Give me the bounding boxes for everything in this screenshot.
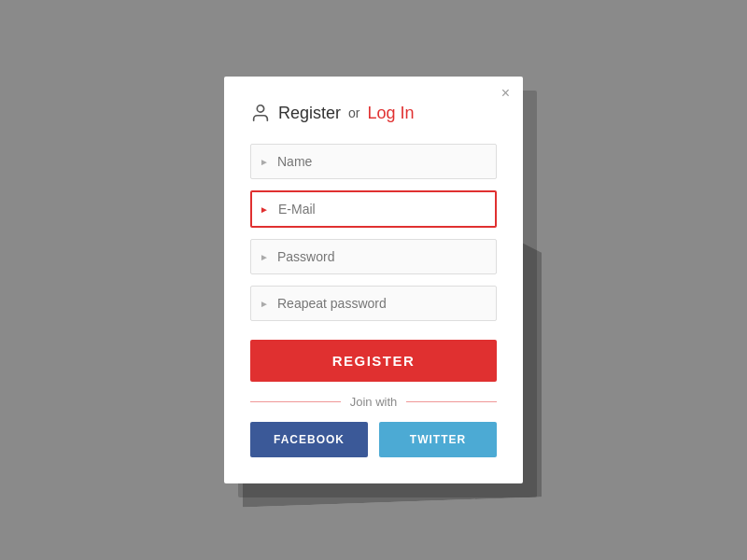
- repeat-password-input[interactable]: [250, 286, 497, 321]
- password-field-group: ►: [250, 239, 497, 274]
- modal-container: × Register or Log In ► ► ► ► RE: [224, 77, 523, 483]
- join-with-section: Join with: [250, 395, 497, 409]
- user-icon: [250, 103, 271, 123]
- email-input[interactable]: [250, 190, 497, 228]
- email-field-group: ►: [250, 190, 497, 228]
- join-line-right: [406, 401, 497, 402]
- register-label: Register: [278, 104, 341, 123]
- register-button[interactable]: REGISTER: [250, 340, 497, 382]
- modal-title: Register or Log In: [250, 103, 497, 123]
- facebook-button[interactable]: FACEBOOK: [250, 422, 368, 457]
- repeat-password-field-group: ►: [250, 286, 497, 321]
- join-line-left: [250, 401, 341, 402]
- or-label: or: [348, 105, 359, 120]
- close-button[interactable]: ×: [501, 86, 510, 101]
- social-buttons-container: FACEBOOK TWITTER: [250, 422, 497, 457]
- modal-wrapper: × Register or Log In ► ► ► ► RE: [224, 77, 523, 483]
- join-with-label: Join with: [350, 395, 398, 409]
- twitter-button[interactable]: TWITTER: [379, 422, 497, 457]
- name-input[interactable]: [250, 144, 497, 179]
- name-field-group: ►: [250, 144, 497, 179]
- login-link[interactable]: Log In: [367, 104, 414, 123]
- password-input[interactable]: [250, 239, 497, 274]
- svg-point-0: [257, 105, 263, 112]
